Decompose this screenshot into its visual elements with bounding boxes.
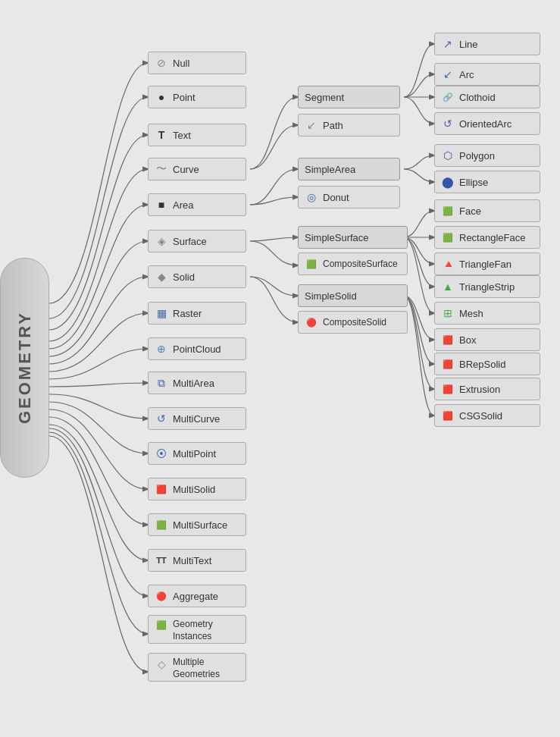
- node-surface[interactable]: ◈ Surface: [148, 230, 246, 252]
- node-point[interactable]: ● Point: [148, 86, 246, 108]
- node-line[interactable]: ↗ Line: [434, 33, 540, 55]
- path-icon: ↙: [305, 119, 318, 131]
- node-simplesolid[interactable]: SimpleSolid: [298, 284, 408, 307]
- node-polygon[interactable]: ⬡ Polygon: [434, 144, 540, 167]
- area-icon: ■: [155, 199, 168, 211]
- null-icon: ⊘: [155, 57, 168, 69]
- node-geometry-instances[interactable]: 🟩 Geometry Instances: [148, 615, 246, 644]
- node-multisolid[interactable]: 🟥 MultiSolid: [148, 478, 246, 500]
- node-mesh[interactable]: ⊞ Mesh: [434, 302, 540, 325]
- multipoint-icon: ⦿: [155, 447, 168, 459]
- node-ellipse[interactable]: ⬤ Ellipse: [434, 171, 540, 193]
- node-rectangleface[interactable]: 🟩 RectangleFace: [434, 226, 540, 249]
- point-icon: ●: [155, 91, 168, 103]
- text-icon: T: [155, 129, 168, 141]
- csgsolid-icon: 🟥: [441, 411, 455, 421]
- multitext-icon: TT: [155, 556, 168, 565]
- diagram-container: GEOMETRY ⊘ Null ● Point T Text 〜 Curve ■…: [0, 0, 560, 737]
- node-text[interactable]: T Text: [148, 124, 246, 146]
- node-trianglefan[interactable]: 🔺 TriangleFan: [434, 252, 540, 275]
- node-multicurve[interactable]: ↺ MultiCurve: [148, 407, 246, 430]
- box-icon: 🟥: [441, 335, 455, 345]
- node-area[interactable]: ■ Area: [148, 193, 246, 216]
- multiarea-icon: ⧉: [155, 377, 168, 390]
- mesh-icon: ⊞: [441, 307, 455, 319]
- node-raster[interactable]: ▦ Raster: [148, 302, 246, 325]
- node-multitext[interactable]: TT MultiText: [148, 549, 246, 572]
- extrusion-icon: 🟥: [441, 384, 455, 394]
- node-brepsolid[interactable]: 🟥 BRepSolid: [434, 353, 540, 375]
- node-null[interactable]: ⊘ Null: [148, 52, 246, 74]
- node-csgsolid[interactable]: 🟥 CSGSolid: [434, 404, 540, 427]
- pointcloud-icon: ⊕: [155, 343, 168, 355]
- ellipse-icon: ⬤: [441, 176, 455, 188]
- node-orientedarc[interactable]: ↺ OrientedArc: [434, 112, 540, 135]
- arc-icon: ↙: [441, 68, 455, 80]
- node-simplearea[interactable]: SimpleArea: [298, 158, 400, 180]
- orientedarc-icon: ↺: [441, 118, 455, 130]
- compositesolid-icon: 🔴: [305, 318, 318, 328]
- node-multipoint[interactable]: ⦿ MultiPoint: [148, 442, 246, 465]
- trianglestrip-icon: ▲: [441, 281, 455, 293]
- multicurve-icon: ↺: [155, 412, 168, 425]
- multisurface-icon: 🟩: [155, 520, 168, 530]
- face-icon: 🟩: [441, 206, 455, 216]
- node-compositesolid[interactable]: 🔴 CompositeSolid: [298, 311, 408, 334]
- aggregate-icon: 🔴: [155, 591, 168, 601]
- compositesurface-icon: 🟩: [305, 259, 318, 269]
- node-pointcloud[interactable]: ⊕ PointCloud: [148, 337, 246, 360]
- node-curve[interactable]: 〜 Curve: [148, 158, 246, 180]
- node-multiple-geometries[interactable]: ◇ Multiple Geometries: [148, 653, 246, 682]
- node-donut[interactable]: ◎ Donut: [298, 186, 400, 209]
- node-multiarea[interactable]: ⧉ MultiArea: [148, 372, 246, 394]
- node-extrusion[interactable]: 🟥 Extrusion: [434, 378, 540, 400]
- polygon-icon: ⬡: [441, 149, 455, 162]
- curve-icon: 〜: [155, 162, 168, 176]
- node-face[interactable]: 🟩 Face: [434, 199, 540, 222]
- node-solid[interactable]: ◆ Solid: [148, 265, 246, 288]
- node-box[interactable]: 🟥 Box: [434, 328, 540, 351]
- multigeom-icon: ◇: [155, 658, 168, 670]
- rectangleface-icon: 🟩: [441, 233, 455, 243]
- multisolid-icon: 🟥: [155, 485, 168, 494]
- line-icon: ↗: [441, 38, 455, 50]
- geometry-label: GEOMETRY: [0, 258, 49, 478]
- node-aggregate[interactable]: 🔴 Aggregate: [148, 585, 246, 607]
- donut-icon: ◎: [305, 191, 318, 203]
- node-segment[interactable]: Segment: [298, 86, 400, 108]
- surface-icon: ◈: [155, 235, 168, 247]
- node-trianglestrip[interactable]: ▲ TriangleStrip: [434, 275, 540, 298]
- node-multisurface[interactable]: 🟩 MultiSurface: [148, 513, 246, 536]
- node-arc[interactable]: ↙ Arc: [434, 63, 540, 86]
- node-simplesurface[interactable]: SimpleSurface: [298, 226, 408, 249]
- brepsolid-icon: 🟥: [441, 359, 455, 369]
- clothoid-icon: 🔗: [441, 93, 455, 102]
- node-clothoid[interactable]: 🔗 Clothoid: [434, 86, 540, 108]
- geominstances-icon: 🟩: [155, 620, 168, 630]
- raster-icon: ▦: [155, 307, 168, 319]
- node-compositesurface[interactable]: 🟩 CompositeSurface: [298, 252, 408, 275]
- trianglefan-icon: 🔺: [441, 258, 455, 270]
- solid-icon: ◆: [155, 271, 168, 283]
- node-path[interactable]: ↙ Path: [298, 114, 400, 136]
